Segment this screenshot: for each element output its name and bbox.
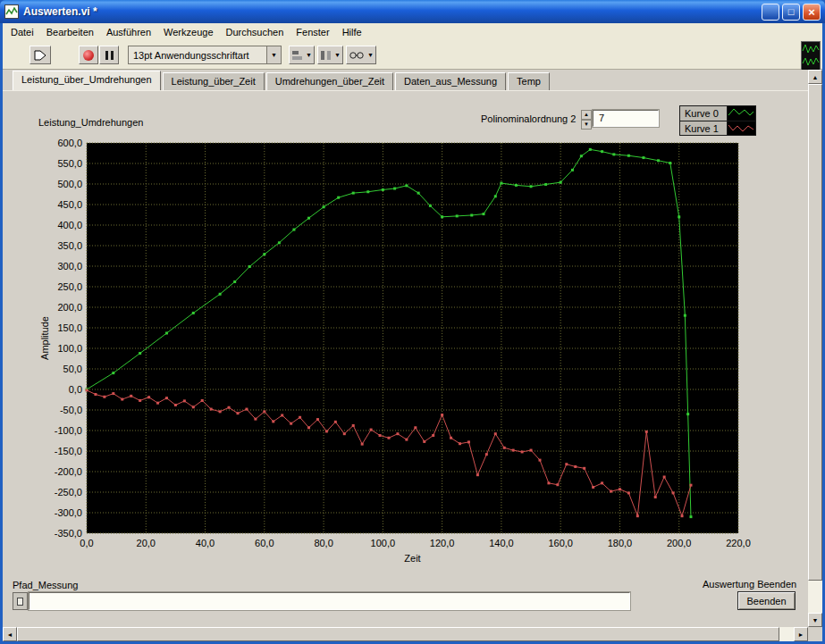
polynomial-order-spinner[interactable]: ▲ ▼ (581, 110, 592, 127)
scroll-up-icon: ▲ (812, 74, 819, 80)
tab-daten-aus-messung[interactable]: Daten_aus_Messung (395, 72, 506, 90)
legend-label: Kurve 0 (680, 106, 727, 121)
maximize-button[interactable]: □ (782, 4, 800, 21)
svg-text:20,0: 20,0 (137, 538, 156, 548)
svg-text:0,0: 0,0 (80, 538, 93, 548)
font-dropdown-arrow-icon[interactable]: ▼ (266, 46, 281, 63)
polynomial-order-label: Polinominalordnung 2 (481, 113, 576, 124)
graph-title-label: Leistung_Umdrehungen (38, 117, 143, 128)
toolbar: 13pt Anwendungsschriftart ▼ ▼ ▼ ▼ (3, 40, 822, 70)
svg-text:-350,0: -350,0 (55, 528, 82, 539)
beenden-control-label: Auswertung Beenden (703, 579, 796, 590)
xy-graph-plot-area: 0,020,040,060,080,0100,0120,0140,0160,01… (36, 132, 751, 572)
svg-text:Zeit: Zeit (404, 553, 420, 564)
legend-sample-kurve-1 (727, 121, 755, 135)
spinner-up-icon[interactable]: ▲ (581, 110, 592, 120)
svg-text:600,0: 600,0 (57, 138, 82, 148)
svg-text:250,0: 250,0 (57, 281, 82, 292)
vi-file-icon (4, 4, 19, 19)
horizontal-scroll-thumb[interactable] (17, 627, 779, 641)
svg-text:100,0: 100,0 (371, 538, 396, 548)
spinner-down-icon[interactable]: ▼ (581, 120, 592, 130)
menu-datei[interactable]: Datei (4, 25, 40, 39)
stop-icon (83, 50, 94, 61)
svg-text:140,0: 140,0 (489, 538, 514, 548)
path-input[interactable] (29, 592, 630, 610)
reorder-button[interactable]: ▼ (346, 46, 376, 64)
dropdown-arrow-icon: ▼ (367, 52, 374, 58)
menu-werkzeuge[interactable]: Werkzeuge (157, 25, 219, 39)
run-button[interactable] (29, 46, 51, 64)
tab-page-top-edge (3, 90, 808, 91)
legend-sample-kurve-0 (727, 106, 755, 121)
tab-strip: Leistung_über_Umdrehungen Leistung_über_… (13, 71, 551, 90)
svg-text:120,0: 120,0 (430, 538, 455, 548)
menu-ausfuehren[interactable]: Ausführen (100, 25, 157, 39)
scroll-down-button[interactable]: ▼ (808, 613, 822, 627)
svg-text:400,0: 400,0 (57, 220, 82, 230)
font-selector[interactable]: 13pt Anwendungsschriftart ▼ (128, 46, 282, 64)
front-panel: Leistung_über_Umdrehungen Leistung_über_… (3, 70, 808, 627)
menu-bearbeiten[interactable]: Bearbeiten (40, 25, 100, 39)
svg-text:150,0: 150,0 (57, 322, 82, 333)
dropdown-arrow-icon: ▼ (306, 52, 312, 58)
tab-umdrehungen-ueber-zeit[interactable]: Umdrehungen_über_Zeit (266, 72, 393, 90)
abort-button[interactable] (79, 46, 98, 64)
svg-text:500,0: 500,0 (57, 179, 82, 189)
svg-text:-250,0: -250,0 (55, 487, 82, 498)
polynomial-order-field[interactable]: 7 (593, 110, 659, 127)
align-objects-icon (291, 50, 303, 61)
plot-legend: Kurve 0 Kurve 1 (679, 105, 756, 136)
svg-text:50,0: 50,0 (63, 364, 82, 374)
svg-text:160,0: 160,0 (548, 538, 573, 548)
menu-hilfe[interactable]: Hilfe (336, 25, 368, 39)
dropdown-arrow-icon: ▼ (334, 52, 341, 58)
scroll-left-icon: ◄ (7, 631, 13, 638)
reorder-icon (349, 50, 365, 61)
path-browse-icon[interactable] (13, 592, 28, 610)
run-arrow-icon (33, 49, 47, 62)
close-icon: × (808, 6, 815, 18)
svg-text:-150,0: -150,0 (55, 446, 82, 456)
svg-text:Amplitude: Amplitude (39, 316, 50, 360)
scrollbar-corner (808, 627, 822, 641)
path-control-label: Pfad_Messung (13, 580, 78, 590)
tab-leistung-ueber-umdrehungen[interactable]: Leistung_über_Umdrehungen (13, 71, 161, 90)
close-button[interactable]: × (803, 4, 821, 21)
svg-text:550,0: 550,0 (57, 158, 82, 169)
scroll-up-button[interactable]: ▲ (808, 70, 822, 84)
tab-temp[interactable]: Temp (508, 72, 550, 90)
svg-text:220,0: 220,0 (726, 538, 751, 548)
svg-text:-100,0: -100,0 (55, 425, 82, 436)
beenden-button[interactable]: Beenden (737, 591, 796, 610)
legend-row-kurve-0[interactable]: Kurve 0 (680, 106, 755, 121)
scroll-down-icon: ▼ (812, 617, 819, 623)
menubar: Datei Bearbeiten Ausführen Werkzeuge Dur… (3, 23, 822, 40)
distribute-objects-icon (320, 50, 332, 61)
svg-text:40,0: 40,0 (196, 538, 215, 548)
svg-text:200,0: 200,0 (667, 538, 692, 548)
tab-leistung-ueber-zeit[interactable]: Leistung_über_Zeit (163, 72, 265, 90)
scroll-left-button[interactable]: ◄ (3, 627, 17, 641)
distribute-objects-button[interactable]: ▼ (317, 46, 343, 64)
minimize-button[interactable]: _ (762, 4, 779, 21)
svg-text:450,0: 450,0 (57, 199, 82, 210)
svg-text:180,0: 180,0 (608, 538, 633, 548)
menu-durchsuchen[interactable]: Durchsuchen (220, 25, 290, 39)
xy-graph: 0,020,040,060,080,0100,0120,0140,0160,01… (36, 132, 751, 572)
scroll-right-button[interactable]: ► (794, 627, 808, 641)
pause-button[interactable] (99, 46, 119, 64)
vertical-scroll-thumb[interactable] (808, 84, 822, 581)
align-objects-button[interactable]: ▼ (289, 46, 315, 64)
svg-text:350,0: 350,0 (57, 240, 82, 251)
legend-row-kurve-1[interactable]: Kurve 1 (680, 121, 755, 135)
svg-text:100,0: 100,0 (57, 343, 82, 354)
horizontal-scrollbar[interactable]: ◄ ► (3, 627, 808, 641)
window-title: Auswerten.vi * (23, 5, 759, 18)
vertical-scrollbar[interactable]: ▲ ▼ (808, 70, 822, 627)
path-control (13, 592, 630, 610)
svg-text:200,0: 200,0 (57, 302, 82, 313)
font-selector-value: 13pt Anwendungsschriftart (129, 50, 266, 61)
scroll-right-icon: ► (798, 631, 804, 638)
menu-fenster[interactable]: Fenster (290, 25, 335, 39)
